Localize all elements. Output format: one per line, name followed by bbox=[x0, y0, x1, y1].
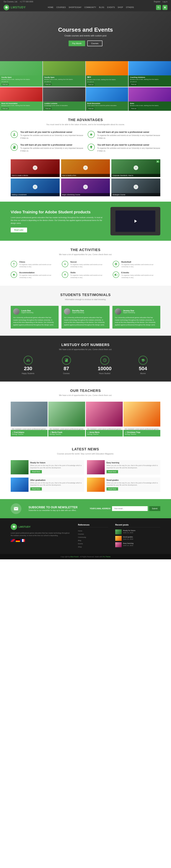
footer-ref-4-link[interactable]: Blog bbox=[78, 539, 81, 541]
video-1-play-button[interactable] bbox=[33, 165, 37, 170]
course-card-1-findout[interactable]: Find out bbox=[1, 83, 9, 86]
flag-fr[interactable] bbox=[21, 539, 25, 542]
footer-description: Lorem ipsum professional games education… bbox=[11, 532, 71, 537]
course-card-1[interactable]: Faculty Open Browse a line of arts, star… bbox=[0, 61, 42, 87]
footer-ref-5-link[interactable]: Events bbox=[78, 543, 83, 545]
footer-post-1-link[interactable]: Ready for future bbox=[123, 530, 136, 531]
login-link[interactable]: Log in bbox=[163, 1, 167, 3]
nav-home[interactable]: HOME bbox=[48, 6, 53, 8]
nav-events[interactable]: EVENTS bbox=[107, 6, 115, 8]
video-thumb-5[interactable]: Begin Advertising Course bbox=[61, 179, 110, 196]
newsletter-submit-button[interactable]: Submit bbox=[149, 506, 160, 511]
testimonial-2-role: Digital Marketing bbox=[72, 312, 84, 313]
footer-ref-2-link[interactable]: Courses bbox=[78, 533, 84, 535]
course-card-8-findout[interactable]: Find out bbox=[130, 107, 137, 110]
flag-de[interactable] bbox=[16, 539, 20, 542]
advantage-3-desc: To organise the activities and events at… bbox=[20, 147, 83, 152]
footer-ref-3: Community bbox=[78, 536, 108, 538]
course-card-2-findout[interactable]: Find out bbox=[45, 83, 52, 86]
course-card-6-findout[interactable]: Find out bbox=[45, 107, 52, 110]
footer-bottom-link[interactable]: Blue Punch bbox=[70, 556, 79, 558]
news-3-readmore-button[interactable]: Read More bbox=[30, 487, 42, 491]
course-card-2[interactable]: Faculty Open Browse a line of arts, star… bbox=[43, 61, 85, 87]
hero-btn2[interactable]: Courses bbox=[87, 40, 103, 46]
course-card-4-findout[interactable]: Find out bbox=[130, 83, 137, 86]
hours-value: 10000 bbox=[98, 366, 112, 371]
video-thumb-3[interactable]: Corporate Standards: How to ▶ bbox=[111, 159, 160, 177]
video-thumb-1[interactable]: How to create a device bbox=[11, 159, 60, 177]
news-1-content: Ready for future When you are on the way… bbox=[30, 460, 84, 474]
logo[interactable]: LMSTUDY bbox=[4, 5, 26, 10]
hero-buttons: Pay Month Courses bbox=[58, 40, 113, 46]
advantage-2-text: You will learn all you need for a profes… bbox=[97, 131, 160, 140]
activity-item-soccer: Soccer To organise many activities and e… bbox=[62, 261, 109, 268]
course-card-5-body: Rose Art Association Browse a line of ar… bbox=[0, 101, 42, 111]
video-3-play-button[interactable] bbox=[134, 165, 138, 170]
nav-blog[interactable]: BLOG bbox=[99, 6, 104, 8]
nav-courses[interactable]: COURSES bbox=[56, 6, 66, 8]
video-thumb-4[interactable]: Making a Investment bbox=[11, 179, 60, 196]
video-2-title: How to Build a Firm bbox=[61, 174, 110, 177]
teacher-4-verified-icon: ✓ bbox=[125, 431, 127, 433]
course-card-7[interactable]: Book Discussion Learn about how to build… bbox=[86, 87, 128, 111]
activity-basketball-title: Basketball bbox=[121, 261, 160, 263]
testimonial-2-header: Dorothy Doe Digital Marketing bbox=[64, 308, 107, 315]
soccer-icon-container bbox=[62, 261, 68, 267]
search-button[interactable] bbox=[156, 5, 161, 10]
footer-bottom-link2[interactable]: Pro Theme bbox=[103, 556, 110, 558]
course-card-4[interactable]: Coaching Solutions Browse a line of arts… bbox=[129, 61, 171, 87]
video-6-play-button[interactable] bbox=[134, 185, 138, 189]
numbers-section: LMSTUDY GOT NUMBERS We have a lot of opp… bbox=[0, 336, 171, 381]
course-card-5[interactable]: Rose Art Association Browse a line of ar… bbox=[0, 87, 42, 111]
newsletter-form: YOUR E-MAIL ADDRESS Submit bbox=[90, 506, 160, 511]
nav-shortessay[interactable]: SHORTESSAY bbox=[68, 6, 81, 8]
teacher-card-1[interactable]: ✓ Fred Adams Biology Teacher Ed. Assista… bbox=[11, 402, 48, 436]
nav-shop[interactable]: SHOP bbox=[118, 6, 123, 8]
news-4-readmore-button[interactable]: Read More bbox=[107, 487, 118, 491]
newsletter-email-input[interactable] bbox=[112, 506, 148, 511]
video-4-play-button[interactable] bbox=[33, 185, 37, 189]
cart-button[interactable] bbox=[163, 5, 167, 10]
course-card-7-findout[interactable]: Find out bbox=[87, 107, 94, 110]
news-1-title: Ready for future bbox=[30, 462, 83, 464]
footer-post-2-link[interactable]: Good grades bbox=[123, 536, 133, 538]
teacher-card-4[interactable]: ✓ Christiana Tripp Biology Teacher Ed. A… bbox=[123, 402, 160, 436]
course-card-1-desc: Browse a line of arts, starting from the… bbox=[1, 79, 41, 80]
footer-ref-1-link[interactable]: Home bbox=[78, 530, 82, 532]
hero-btn1[interactable]: Pay Month bbox=[68, 40, 85, 46]
video-5-play-button[interactable] bbox=[83, 185, 88, 189]
video-2-play-button[interactable] bbox=[83, 165, 88, 170]
course-card-3[interactable]: हिंदी में Browse a line of arts, startin… bbox=[86, 61, 128, 87]
footer-ref-3-link[interactable]: Community bbox=[78, 536, 86, 538]
course-card-6[interactable]: London Lectures Knowledge is the center … bbox=[43, 87, 85, 111]
teachers-grid: ✓ Fred Adams Biology Teacher Ed. Assista… bbox=[11, 402, 160, 436]
news-2-readmore-button[interactable]: Read More bbox=[107, 470, 118, 473]
news-2-title: Easy learning bbox=[107, 462, 159, 464]
teacher-card-2[interactable]: ✓ Martin Frank Biology Teacher Ed. Assis… bbox=[48, 402, 85, 436]
nav-community[interactable]: COMMUNITY bbox=[84, 6, 96, 8]
nav-links: HOME COURSES SHORTESSAY COMMUNITY BLOG E… bbox=[48, 6, 134, 8]
flag-uk[interactable] bbox=[11, 539, 15, 542]
footer-ref-6-link[interactable]: Shop bbox=[78, 546, 82, 548]
video-thumb-6[interactable]: Strategies Course bbox=[111, 179, 160, 196]
video-thumb-2[interactable]: How to Build a Firm bbox=[61, 159, 110, 177]
course-card-5-findout[interactable]: Find out bbox=[1, 107, 9, 110]
news-subtitle: Courses around the world: Stay current w… bbox=[11, 453, 160, 455]
teachers-title: OUR TEACHERS bbox=[11, 389, 160, 393]
testimonial-3-body: Our University professional games educat… bbox=[115, 316, 158, 326]
adobe-read-later-button[interactable]: Read Later bbox=[11, 227, 27, 232]
register-link[interactable]: Register bbox=[154, 1, 161, 3]
footer-post-3-link[interactable]: Easy learning bbox=[123, 542, 134, 544]
nav-others[interactable]: OTHERS bbox=[126, 6, 134, 8]
course-card-2-body: Faculty Open Browse a line of arts, star… bbox=[43, 75, 85, 87]
course-card-3-findout[interactable]: Find out bbox=[87, 83, 94, 86]
news-1-readmore-button[interactable]: Read More bbox=[30, 470, 42, 473]
teacher-card-3[interactable]: ✓ Jenna Maria Biology Teacher Ed. Assist… bbox=[86, 402, 123, 436]
hero-section: Courses and Events Create courses and ev… bbox=[0, 11, 171, 61]
course-card-8[interactable]: Extra Browse a line of arts, starting fr… bbox=[129, 87, 171, 111]
teacher-2-photo bbox=[48, 402, 85, 427]
activity-violin-title: Violin bbox=[70, 272, 109, 274]
video-4-title: Making a Investment bbox=[11, 193, 60, 196]
footer-posts: Recent posts Ready for future June 14, 2… bbox=[115, 524, 160, 549]
soccer-icon bbox=[64, 262, 66, 266]
